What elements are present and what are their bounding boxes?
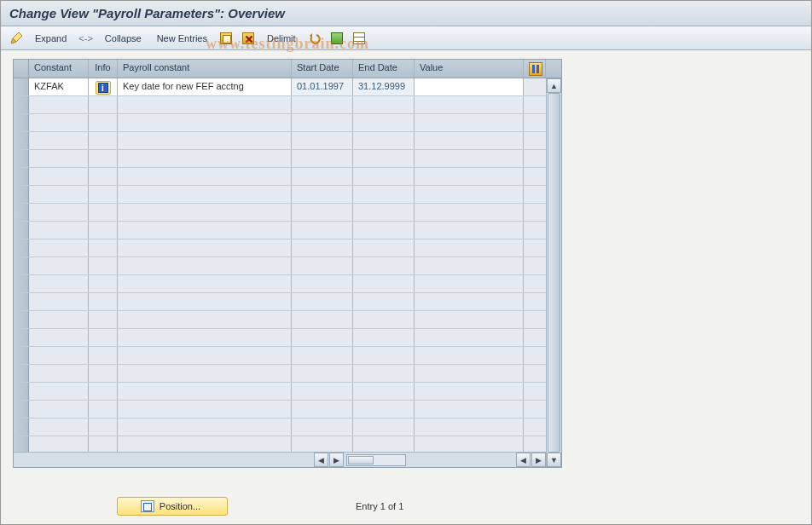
scroll-right-button[interactable]: ▶ bbox=[329, 453, 344, 467]
undo-button[interactable] bbox=[306, 30, 323, 47]
row-selector[interactable] bbox=[14, 150, 29, 167]
table-row[interactable] bbox=[14, 114, 546, 132]
table-row[interactable] bbox=[14, 401, 546, 418]
hscroll-thumb[interactable] bbox=[348, 456, 374, 464]
table-row[interactable] bbox=[14, 329, 546, 347]
table-row[interactable] bbox=[14, 257, 546, 275]
table-row[interactable] bbox=[14, 186, 546, 204]
table-row[interactable] bbox=[14, 275, 546, 293]
row-selector[interactable] bbox=[14, 275, 29, 292]
table-row[interactable] bbox=[14, 96, 546, 114]
row-selector-header[interactable] bbox=[14, 60, 29, 78]
scroll-down-button[interactable]: ▼ bbox=[547, 453, 561, 467]
cell-payroll-constant[interactable]: Key date for new FEF acctng bbox=[118, 78, 292, 95]
row-selector[interactable] bbox=[14, 401, 29, 418]
cell-value[interactable] bbox=[415, 78, 524, 95]
row-selector[interactable] bbox=[14, 132, 29, 149]
row-selector[interactable] bbox=[14, 204, 29, 221]
row-selector[interactable] bbox=[14, 293, 29, 310]
row-selector[interactable] bbox=[14, 383, 29, 400]
table-row[interactable] bbox=[14, 418, 546, 436]
deselect-all-button[interactable] bbox=[351, 30, 368, 47]
page-title: Change View "Payroll Parameters": Overvi… bbox=[1, 1, 811, 26]
row-selector[interactable] bbox=[14, 114, 29, 131]
horizontal-scrollbar: ◀ ▶ ◀ ▶ bbox=[14, 452, 546, 467]
grid-body: KZFAK i Key date for new FEF acctng 01.0… bbox=[14, 78, 561, 467]
row-selector[interactable] bbox=[14, 222, 29, 239]
delete-icon bbox=[242, 32, 254, 44]
table-row[interactable] bbox=[14, 347, 546, 365]
table-row[interactable] bbox=[14, 168, 546, 186]
table-row[interactable] bbox=[14, 383, 546, 401]
copy-icon bbox=[220, 32, 232, 44]
row-selector[interactable] bbox=[14, 418, 29, 436]
delimit-label: Delimit bbox=[267, 33, 296, 43]
info-icon-glyph: i bbox=[98, 83, 108, 93]
hscroll-group-right: ◀ ▶ bbox=[516, 453, 546, 467]
col-constant[interactable]: Constant bbox=[29, 60, 89, 78]
row-selector[interactable] bbox=[14, 365, 29, 382]
cell-info[interactable]: i bbox=[89, 78, 118, 95]
col-payroll-constant[interactable]: Payroll constant bbox=[118, 60, 292, 78]
table-row[interactable] bbox=[14, 132, 546, 150]
cell-end-date: 31.12.9999 bbox=[353, 78, 415, 95]
entry-counter: Entry 1 of 1 bbox=[356, 501, 403, 511]
row-selector[interactable] bbox=[14, 311, 29, 328]
footer-bar: Position... Entry 1 of 1 bbox=[1, 497, 811, 516]
scroll-track[interactable] bbox=[547, 93, 561, 453]
table-row[interactable] bbox=[14, 150, 546, 168]
table-row[interactable] bbox=[14, 239, 546, 257]
select-all-button[interactable] bbox=[328, 30, 345, 47]
col-value[interactable]: Value bbox=[415, 60, 524, 78]
scroll-thumb[interactable] bbox=[548, 93, 560, 453]
cell-start-date: 01.01.1997 bbox=[292, 78, 353, 95]
table-container: Constant Info Payroll constant Start Dat… bbox=[13, 59, 562, 468]
cell-constant[interactable]: KZFAK bbox=[29, 78, 89, 95]
application-toolbar: Expand <-> Collapse New Entries Delimit bbox=[1, 26, 811, 50]
row-selector[interactable] bbox=[14, 347, 29, 364]
row-selector[interactable] bbox=[14, 257, 29, 274]
collapse-label: Collapse bbox=[105, 33, 142, 43]
scroll-up-button[interactable]: ▲ bbox=[547, 78, 561, 93]
position-button[interactable]: Position... bbox=[117, 497, 228, 516]
expand-button[interactable]: Expand bbox=[30, 30, 72, 47]
delete-button[interactable] bbox=[240, 30, 257, 47]
grid-body-inner: KZFAK i Key date for new FEF acctng 01.0… bbox=[14, 78, 546, 452]
hscroll-group-left: ◀ ▶ bbox=[314, 453, 408, 467]
col-info[interactable]: Info bbox=[89, 60, 118, 78]
row-selector[interactable] bbox=[14, 329, 29, 346]
vertical-scrollbar[interactable]: ▲ ▼ bbox=[546, 78, 561, 467]
table-row[interactable] bbox=[14, 204, 546, 222]
scroll-right-button-2[interactable]: ▶ bbox=[531, 453, 546, 467]
col-configure[interactable] bbox=[524, 60, 546, 78]
info-icon[interactable]: i bbox=[96, 81, 111, 95]
row-selector[interactable] bbox=[14, 96, 29, 113]
table-row[interactable] bbox=[14, 311, 546, 329]
new-entries-button[interactable]: New Entries bbox=[152, 30, 212, 47]
row-selector[interactable] bbox=[14, 78, 29, 95]
position-icon bbox=[141, 500, 154, 512]
row-selector[interactable] bbox=[14, 239, 29, 257]
select-all-icon bbox=[331, 32, 343, 44]
table-row[interactable] bbox=[14, 293, 546, 311]
copy-as-button[interactable] bbox=[218, 30, 235, 47]
scroll-left-button[interactable]: ◀ bbox=[314, 453, 328, 467]
row-selector[interactable] bbox=[14, 186, 29, 203]
hscroll-track[interactable] bbox=[346, 454, 406, 466]
collapse-button[interactable]: Collapse bbox=[100, 30, 147, 47]
other-view-button[interactable] bbox=[8, 30, 25, 47]
table-row[interactable] bbox=[14, 222, 546, 239]
row-selector[interactable] bbox=[14, 436, 29, 452]
row-selector[interactable] bbox=[14, 168, 29, 185]
deselect-all-icon bbox=[353, 32, 365, 44]
table-row[interactable] bbox=[14, 436, 546, 452]
table-row[interactable] bbox=[14, 365, 546, 383]
grid-header: Constant Info Payroll constant Start Dat… bbox=[14, 60, 561, 78]
delimit-button[interactable]: Delimit bbox=[262, 30, 301, 47]
table-row[interactable]: KZFAK i Key date for new FEF acctng 01.0… bbox=[14, 78, 546, 96]
position-label: Position... bbox=[160, 501, 200, 511]
scroll-left-button-2[interactable]: ◀ bbox=[516, 453, 531, 467]
col-end-date[interactable]: End Date bbox=[353, 60, 415, 78]
col-start-date[interactable]: Start Date bbox=[292, 60, 353, 78]
expand-label: Expand bbox=[35, 33, 67, 43]
